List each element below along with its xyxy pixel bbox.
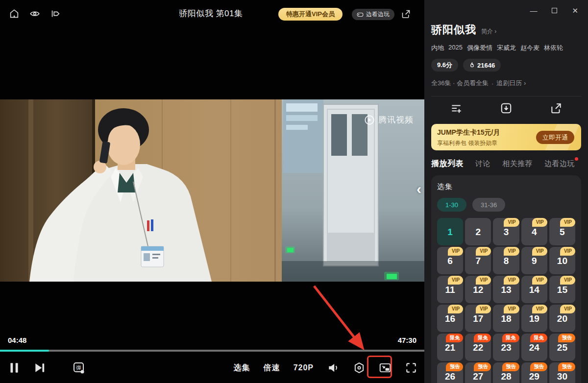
episode-tile-11[interactable]: 11VIP <box>437 276 463 303</box>
episode-number: 28 <box>501 371 511 382</box>
window-maximize-icon[interactable] <box>552 8 557 13</box>
episode-tile-27[interactable]: 27预告 <box>465 362 491 383</box>
episode-number: 17 <box>473 313 483 324</box>
episode-number: 12 <box>473 285 483 295</box>
open-vip-button[interactable]: 特惠开通VIP会员 <box>278 8 343 21</box>
episode-tile-21[interactable]: 21限免 <box>437 334 463 361</box>
show-tags: 内地 2025 偶像爱情 宋威龙 赵今麦 林依轮 <box>431 44 581 52</box>
calendar-link[interactable]: 追剧日历 › <box>496 79 526 88</box>
rating-badge: 9.6分 <box>431 59 458 72</box>
tag[interactable]: 宋威龙 <box>497 44 516 52</box>
heat-badge: 21646 <box>463 59 501 72</box>
range-1-30[interactable]: 1-30 <box>437 198 466 212</box>
window-minimize-icon[interactable]: — <box>530 7 537 18</box>
episode-badge-limited: 限免 <box>502 334 519 342</box>
episode-tile-14[interactable]: 14VIP <box>521 276 547 303</box>
video-player: 骄阳似我 第01集 特惠开通VIP会员 边看边玩 <box>0 0 424 383</box>
episode-badge-vip: VIP <box>560 247 575 256</box>
tab-discussion[interactable]: 讨论 <box>475 159 490 168</box>
episode-number: 26 <box>445 371 455 382</box>
episode-tile-26[interactable]: 26预告 <box>437 362 463 383</box>
download-icon[interactable] <box>500 102 513 115</box>
video-title: 骄阳似我 第01集 <box>179 8 243 19</box>
intro-link[interactable]: 简介 › <box>481 27 496 36</box>
tencent-video-watermark: 腾讯视频 <box>364 114 414 125</box>
episode-grid: 123VIP4VIP5VIP6VIP7VIP8VIP9VIP10VIP11VIP… <box>437 218 575 383</box>
episode-tile-8[interactable]: 8VIP <box>493 247 519 274</box>
episode-tile-23[interactable]: 23限免 <box>493 334 519 361</box>
fullscreen-button[interactable] <box>405 361 417 374</box>
tag[interactable]: 内地 <box>431 44 444 52</box>
episode-number: 29 <box>529 371 539 382</box>
episode-tile-7[interactable]: 7VIP <box>465 247 491 274</box>
next-episode-button[interactable] <box>33 361 46 374</box>
episode-badge-vip: VIP <box>532 218 547 227</box>
episode-badge-vip: VIP <box>476 247 491 256</box>
gamepad-icon <box>357 12 364 18</box>
episode-tile-20[interactable]: 20VIP <box>549 305 575 332</box>
volume-icon[interactable] <box>327 361 340 374</box>
tag[interactable]: 林依轮 <box>544 44 563 52</box>
episode-tile-2[interactable]: 2 <box>465 218 491 245</box>
episode-tile-18[interactable]: 18VIP <box>493 305 519 332</box>
episode-tile-1[interactable]: 1 <box>437 218 463 245</box>
chevron-left-icon[interactable]: ‹ <box>416 182 421 196</box>
episode-tile-10[interactable]: 10VIP <box>549 247 575 274</box>
episode-tile-25[interactable]: 25预告 <box>549 334 575 361</box>
share-icon[interactable] <box>550 102 563 115</box>
episode-badge-vip: VIP <box>560 305 575 313</box>
episode-number: 5 <box>560 227 565 238</box>
episode-tile-16[interactable]: 16VIP <box>437 305 463 332</box>
episode-badge-vip: VIP <box>560 276 575 285</box>
banner-open-button[interactable]: 立即开通 <box>536 131 574 144</box>
playback-speed-button[interactable]: 倍速 <box>264 363 280 373</box>
episode-tile-22[interactable]: 22限免 <box>465 334 491 361</box>
window-controls: — ✕ <box>431 4 581 18</box>
episode-tile-30[interactable]: 30预告 <box>549 362 575 383</box>
episode-tile-19[interactable]: 19VIP <box>521 305 547 332</box>
episode-select-button[interactable]: 选集 <box>234 363 250 373</box>
eye-icon[interactable] <box>29 8 40 19</box>
episode-tile-17[interactable]: 17VIP <box>465 305 491 332</box>
student-card-banner[interactable]: JUMP学生卡15元/月 享福利券包 领装扮勋章 立即开通 <box>431 124 581 150</box>
range-31-36[interactable]: 31-36 <box>472 198 505 212</box>
pin-icon[interactable] <box>50 8 61 19</box>
episode-tile-15[interactable]: 15VIP <box>549 276 575 303</box>
episode-panel: 选集 1-30 31-36 123VIP4VIP5VIP6VIP7VIP8VIP… <box>431 175 581 383</box>
episode-tile-12[interactable]: 12VIP <box>465 276 491 303</box>
episode-tile-13[interactable]: 13VIP <box>493 276 519 303</box>
video-frame[interactable]: 腾讯视频 ‹ <box>0 99 424 282</box>
window-close-icon[interactable]: ✕ <box>572 7 578 18</box>
episode-tile-3[interactable]: 3VIP <box>493 218 519 245</box>
tab-watch-and-play[interactable]: 边看边玩 <box>544 159 575 168</box>
tag[interactable]: 偶像爱情 <box>467 44 492 52</box>
show-title: 骄阳似我 <box>431 23 476 37</box>
tag[interactable]: 2025 <box>448 44 463 52</box>
episode-tile-4[interactable]: 4VIP <box>521 218 547 245</box>
episode-tile-24[interactable]: 24限免 <box>521 334 547 361</box>
tag[interactable]: 赵今麦 <box>520 44 539 52</box>
episode-tile-5[interactable]: 5VIP <box>549 218 575 245</box>
progress-bar[interactable] <box>0 350 424 352</box>
episode-badge-vip: VIP <box>532 276 547 285</box>
duration: 47:30 <box>398 336 416 344</box>
episode-number: 21 <box>445 342 455 353</box>
tab-recommendations[interactable]: 相关推荐 <box>502 159 533 168</box>
watch-and-play-button[interactable]: 边看边玩 <box>352 9 394 20</box>
settings-icon[interactable] <box>353 361 366 374</box>
home-icon[interactable] <box>9 8 20 19</box>
danmaku-toggle-button[interactable]: 弹 <box>73 361 85 374</box>
episode-badge-preview: 预告 <box>474 362 491 371</box>
quality-button[interactable]: 720P <box>294 363 314 372</box>
episode-badge-vip: VIP <box>476 276 491 285</box>
episode-tile-6[interactable]: 6VIP <box>437 247 463 274</box>
pip-button[interactable] <box>379 361 392 374</box>
pause-button[interactable] <box>8 361 21 374</box>
current-time: 04:48 <box>8 336 26 344</box>
tab-playlist[interactable]: 播放列表 <box>431 159 464 169</box>
episode-tile-28[interactable]: 28预告 <box>493 362 519 383</box>
playlist-add-icon[interactable] <box>450 102 463 115</box>
episode-tile-9[interactable]: 9VIP <box>521 247 547 274</box>
episode-tile-29[interactable]: 29预告 <box>521 362 547 383</box>
share-icon[interactable] <box>401 9 411 19</box>
